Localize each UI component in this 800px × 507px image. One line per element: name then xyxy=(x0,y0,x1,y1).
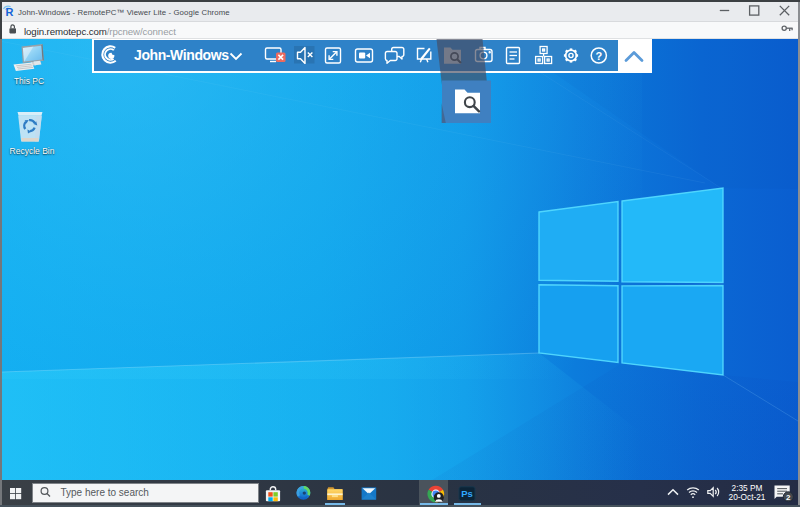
svg-text:Ps: Ps xyxy=(461,488,473,499)
svg-text:R: R xyxy=(6,6,14,18)
svg-text:2: 2 xyxy=(786,493,791,502)
